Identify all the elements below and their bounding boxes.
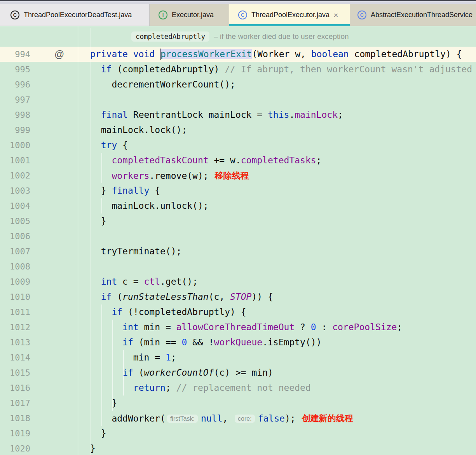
line-number[interactable]: 1006 [0,229,30,244]
code-text[interactable] [78,229,476,244]
code-text[interactable]: } [78,441,476,455]
doc-hint-row: completedAbruptly – if the worker died d… [0,26,476,47]
annotation-gutter-icon[interactable]: @ [54,47,64,62]
code-text[interactable] [78,92,476,107]
tab-executor-java[interactable]: IExecutor.java [150,4,229,26]
code-text[interactable]: completedTaskCount += w.completedTasks; [78,153,476,168]
code-text[interactable]: } finally { [78,183,476,198]
tab-label: AbstractExecutionThreadService [371,11,473,19]
gutter-slot [30,183,78,198]
code-text[interactable]: if (min == 0 && !workQueue.isEmpty()) [78,335,476,350]
code-token: completedTasks [241,155,316,165]
code-text[interactable]: final ReentrantLock mainLock = this.main… [78,107,476,122]
tab-threadpoolexecutordeadtest-java[interactable]: CThreadPoolExecutorDeadTest.java [0,4,150,26]
code-line: 1018 addWorker(firstTask:null, core:fals… [0,411,476,426]
code-token: try [101,140,117,150]
line-number[interactable]: 1002 [0,168,30,183]
line-number[interactable]: 1005 [0,214,30,229]
code-text[interactable] [78,259,476,274]
line-number[interactable]: 1017 [0,396,30,411]
code-editor[interactable]: completedAbruptly – if the worker died d… [0,26,476,455]
gutter-slot [30,426,78,441]
code-text[interactable]: workers.remove(w);移除线程 [78,168,476,183]
code-line: 1000 try { [0,138,476,153]
doc-hint-param-chip: completedAbruptly [131,32,209,42]
code-text[interactable]: int min = allowCoreThreadTimeOut ? 0 : c… [78,320,476,335]
code-line: 1020} [0,441,476,455]
gutter-slot [30,62,78,77]
code-token [90,383,133,393]
code-token: mainLock [295,110,338,120]
line-number[interactable]: 1012 [0,320,30,335]
code-token: ( [133,368,144,378]
tab-abstractexecutionthreadservice[interactable]: CAbstractExecutionThreadService [350,4,476,26]
code-text[interactable]: min = 1; [78,350,476,365]
line-number[interactable]: 1000 [0,138,30,153]
code-text[interactable]: mainLock.unlock(); [78,198,476,214]
line-number[interactable]: 994 [0,47,30,62]
line-number[interactable]: 997 [0,92,30,107]
gutter-slot [30,153,78,168]
code-text[interactable]: } [78,214,476,229]
line-number[interactable]: 1019 [0,426,30,441]
line-number[interactable]: 1007 [0,244,30,259]
code-token: decrementWorkerCount(); [90,79,235,89]
line-number[interactable]: 1011 [0,304,30,320]
tab-threadpoolexecutor-java[interactable]: CThreadPoolExecutor.java× [229,4,350,26]
line-number[interactable]: 1014 [0,350,30,365]
code-token: if [101,64,112,74]
code-token [90,171,112,181]
code-token: ; [166,383,176,393]
line-number[interactable]: 998 [0,107,30,122]
code-text[interactable]: } [78,426,476,441]
code-text[interactable]: int c = ctl.get(); [78,274,476,289]
line-number[interactable]: 1010 [0,289,30,304]
code-line: 1014 min = 1; [0,350,476,365]
code-text[interactable]: if (completedAbruptly) // If abrupt, the… [78,62,476,77]
indent-guide [123,350,124,396]
gutter-slot [30,289,78,304]
gutter-slot [30,214,78,229]
code-text[interactable]: addWorker(firstTask:null, core:false);创建… [78,411,476,426]
code-line: 994@private void processWorkerExit(Worke… [0,47,476,62]
line-number[interactable]: 1009 [0,274,30,289]
close-icon[interactable]: × [333,11,338,19]
line-number[interactable]: 1003 [0,183,30,198]
code-line: 1005 } [0,214,476,229]
line-number[interactable]: 1008 [0,259,30,274]
line-number[interactable]: 996 [0,77,30,92]
code-token [90,276,101,287]
line-number[interactable]: 1013 [0,335,30,350]
code-line: 1010 if (runStateLessThan(c, STOP)) { [0,289,476,304]
code-text[interactable]: decrementWorkerCount(); [78,77,476,92]
indent-guide [101,153,102,183]
code-text[interactable]: } [78,396,476,411]
gutter-slot [30,168,78,183]
code-text[interactable]: tryTerminate(); [78,244,476,259]
line-number[interactable]: 1016 [0,380,30,396]
code-token: += w. [209,155,241,165]
code-token: completedTaskCount [112,155,208,165]
gutter-slot [30,92,78,107]
line-number[interactable]: 1020 [0,441,30,455]
line-number[interactable]: 1001 [0,153,30,168]
code-text[interactable]: if (workerCountOf(c) >= min) [78,365,476,380]
code-token: )) { [251,292,273,302]
code-text[interactable]: if (!completedAbruptly) { [78,304,476,320]
code-text[interactable]: mainLock.lock(); [78,122,476,138]
code-text[interactable]: private void processWorkerExit(Worker w,… [78,47,476,62]
code-token: if [112,307,122,317]
param-name-hint: core: [235,415,255,423]
code-text[interactable]: if (runStateLessThan(c, STOP)) { [78,289,476,304]
code-text[interactable]: try { [78,138,476,153]
line-number[interactable]: 1004 [0,198,30,214]
code-line: 995 if (completedAbruptly) // If abrupt,… [0,62,476,77]
line-number[interactable]: 1015 [0,365,30,380]
line-number[interactable]: 995 [0,62,30,77]
code-token: boolean [311,49,349,59]
window-top-strip [0,0,476,4]
code-text[interactable]: return; // replacement not needed [78,380,476,396]
line-number[interactable]: 999 [0,122,30,138]
code-token [90,322,122,332]
line-number[interactable]: 1018 [0,411,30,426]
